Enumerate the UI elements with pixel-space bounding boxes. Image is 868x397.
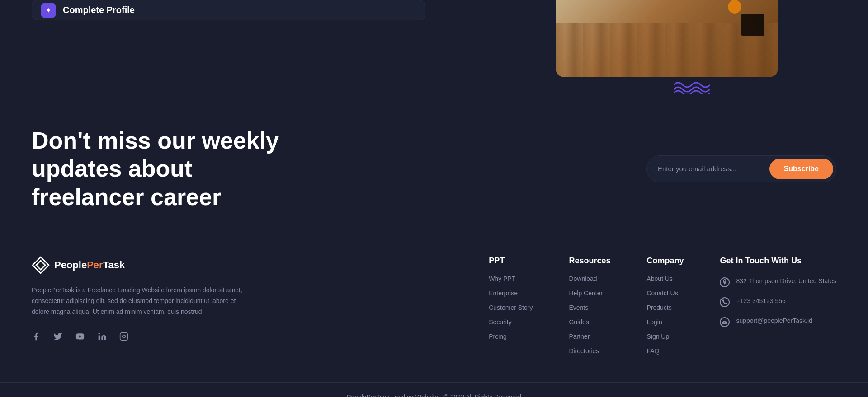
contact-us-link[interactable]: Conatct Us xyxy=(646,290,678,297)
footer-resources-col: Resources Download Help Center Events Gu… xyxy=(569,256,610,355)
phone-icon xyxy=(720,297,730,307)
logo-icon xyxy=(32,256,50,274)
list-item: FAQ xyxy=(646,347,684,355)
top-section: ✦ Complete Profile xyxy=(0,0,868,99)
address-item: 832 Thompson Drive, United States xyxy=(720,276,836,287)
complete-profile-text: Complete Profile xyxy=(63,5,135,15)
list-item: Directories xyxy=(569,347,610,355)
page-wrapper: ✦ Complete Profile xyxy=(0,0,868,397)
profile-icon: ✦ xyxy=(41,3,56,18)
bottom-bar: PeaplePerTask Landing Website - © 2023 A… xyxy=(0,382,868,397)
complete-profile-card: ✦ Complete Profile xyxy=(32,0,425,20)
directories-link[interactable]: Directories xyxy=(569,347,599,355)
products-link[interactable]: Products xyxy=(646,304,671,311)
about-us-link[interactable]: About Us xyxy=(646,275,673,282)
location-icon xyxy=(720,277,730,287)
list-item: Prcing xyxy=(489,332,533,341)
list-item: Security xyxy=(489,318,533,326)
phone-item: +123 345123 556 xyxy=(720,296,836,307)
signup-link[interactable]: Sign Up xyxy=(646,333,669,340)
partner-link[interactable]: Partner xyxy=(569,333,590,340)
email-text: support@peoplePerTask.id xyxy=(736,316,812,326)
newsletter-title: Don't miss our weekly updates about free… xyxy=(32,126,348,211)
ppt-col-list: Why PPT Enterprise Customer Story Securi… xyxy=(489,275,533,341)
footer-contact-col: Get In Touch With Us 832 Thompson Drive,… xyxy=(720,256,836,327)
resources-col-list: Download Help Center Events Guides Partn… xyxy=(569,275,610,355)
svg-point-4 xyxy=(99,332,100,334)
copyright-text: PeaplePerTask Landing Website - © 2023 A… xyxy=(32,393,836,397)
footer-grid: PeoplePerTask PeoplePerTask is a Freelan… xyxy=(32,256,836,355)
email-icon xyxy=(720,317,730,327)
wavy-decoration xyxy=(674,80,710,96)
faq-link[interactable]: FAQ xyxy=(646,347,659,355)
address-text: 832 Thompson Drive, United States xyxy=(736,276,836,286)
customer-story-link[interactable]: Customer Story xyxy=(489,304,533,311)
list-item: Conatct Us xyxy=(646,289,684,297)
logo-text: PeoplePerTask xyxy=(54,259,125,271)
ppt-col-heading: PPT xyxy=(489,256,533,266)
list-item: Sign Up xyxy=(646,332,684,341)
pricing-link[interactable]: Prcing xyxy=(489,333,507,340)
list-item: About Us xyxy=(646,275,684,283)
email-input[interactable] xyxy=(658,165,769,173)
list-item: Partner xyxy=(569,332,610,341)
footer-ppt-col: PPT Why PPT Enterprise Customer Story Se… xyxy=(489,256,533,341)
contact-items: 832 Thompson Drive, United States +123 3… xyxy=(720,276,836,327)
newsletter-section: Don't miss our weekly updates about free… xyxy=(0,99,868,247)
guides-link[interactable]: Guides xyxy=(569,318,589,326)
email-item: support@peoplePerTask.id xyxy=(720,316,836,327)
list-item: Customer Story xyxy=(489,304,533,312)
security-link[interactable]: Security xyxy=(489,318,512,326)
image-overlay xyxy=(556,0,778,77)
login-link[interactable]: Login xyxy=(646,318,662,326)
events-link[interactable]: Events xyxy=(569,304,588,311)
subscribe-form: Subscribe xyxy=(646,155,836,182)
resources-col-heading: Resources xyxy=(569,256,610,266)
list-item: Help Center xyxy=(569,289,610,297)
facebook-icon[interactable] xyxy=(32,332,41,343)
linkedin-icon[interactable] xyxy=(98,332,107,343)
svg-rect-5 xyxy=(120,332,128,340)
youtube-icon[interactable] xyxy=(75,332,85,343)
download-link[interactable]: Download xyxy=(569,275,597,282)
list-item: Enterprise xyxy=(489,289,533,297)
hero-image xyxy=(556,0,778,77)
logo-wrapper: PeoplePerTask xyxy=(32,256,453,274)
social-icons xyxy=(32,332,453,343)
help-center-link[interactable]: Help Center xyxy=(569,290,603,297)
twitter-icon[interactable] xyxy=(53,332,62,343)
footer-logo-col: PeoplePerTask PeoplePerTask is a Freelan… xyxy=(32,256,453,343)
newsletter-headline: Don't miss our weekly updates about free… xyxy=(32,126,348,211)
footer-section: PeoplePerTask PeoplePerTask is a Freelan… xyxy=(0,247,868,382)
contact-col-heading: Get In Touch With Us xyxy=(720,256,836,266)
list-item: Events xyxy=(569,304,610,312)
list-item: Products xyxy=(646,304,684,312)
list-item: Why PPT xyxy=(489,275,533,283)
list-item: Guides xyxy=(569,318,610,326)
footer-company-col: Company About Us Conatct Us Products Log… xyxy=(646,256,684,355)
list-item: Login xyxy=(646,318,684,326)
list-item: Download xyxy=(569,275,610,283)
footer-description: PeoplePerTask is a Freelance Landing Web… xyxy=(32,285,249,317)
company-col-heading: Company xyxy=(646,256,684,266)
why-ppt-link[interactable]: Why PPT xyxy=(489,275,515,282)
company-col-list: About Us Conatct Us Products Login Sign … xyxy=(646,275,684,355)
enterprise-link[interactable]: Enterprise xyxy=(489,290,518,297)
phone-text: +123 345123 556 xyxy=(736,296,785,306)
instagram-icon[interactable] xyxy=(119,332,128,343)
subscribe-button[interactable]: Subscribe xyxy=(769,159,833,179)
